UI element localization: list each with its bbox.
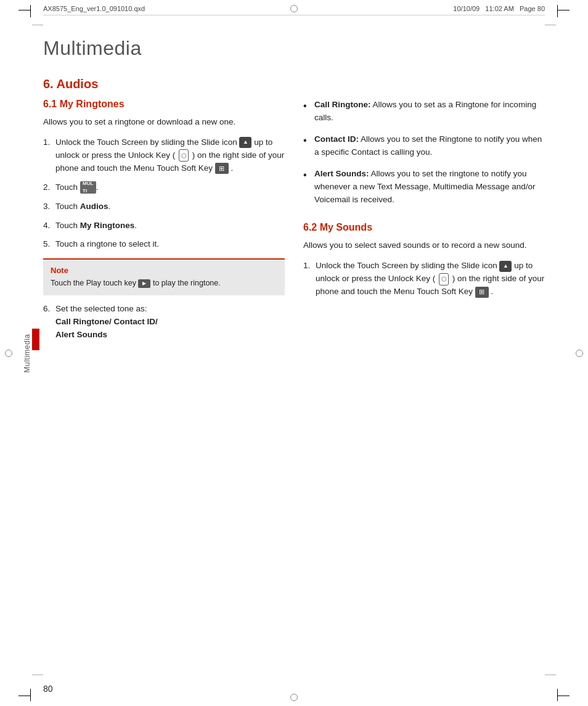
crop-mark-tl-v (30, 5, 31, 17)
step-1-num: 1. (43, 136, 50, 149)
note-box: Note Touch the Play touch key to play th… (43, 258, 285, 295)
hr-left-bottom (32, 675, 43, 675)
hr-left-top (32, 25, 43, 25)
sub-6-2-heading: 6.2 My Sounds (303, 222, 545, 233)
slide-icon (239, 137, 251, 148)
crop-mark-br-v (557, 689, 558, 701)
crop-mark-br-h (557, 696, 570, 696)
step-1: 1. Unlock the Touch Screen by sliding th… (43, 136, 285, 175)
unlock-key-icon-2: ⬡ (439, 273, 449, 285)
note-title: Note (51, 266, 277, 275)
crop-mark-tr-v (557, 5, 558, 17)
step-3-content: Touch Audios. (53, 200, 285, 213)
two-columns: 6.1 My Ringtones Allows you to set a rin… (43, 99, 545, 349)
step-5-content: Touch a ringtone to select it. (53, 238, 285, 251)
hr-right-bottom (545, 675, 556, 675)
note-text: Touch the Play touch key to play the rin… (51, 277, 277, 289)
menu-soft-key-icon-2 (475, 287, 489, 298)
step-4-num: 4. (43, 220, 50, 232)
step-1-content: Unlock the Touch Screen by sliding the S… (53, 136, 285, 175)
main-content: Multimedia 6. Audios 6.1 My Ringtones Al… (43, 25, 545, 675)
steps-list-6-1: 1. Unlock the Touch Screen by sliding th… (43, 136, 285, 251)
step-6-2-1: 1. Unlock the Touch Screen by sliding th… (303, 260, 545, 298)
crop-mark-tr-h (557, 10, 570, 10)
multimedia-icon: MULTI (80, 181, 96, 194)
step-2-content: Touch MULTI. (53, 181, 285, 194)
step-2: 2. Touch MULTI. (43, 181, 285, 194)
step-6: 6. Set the selected tone as: Call Ringto… (43, 303, 285, 342)
file-info: AX8575_Eng_ver1.0_091010.qxd (43, 5, 145, 12)
crop-mark-bl-h (18, 696, 31, 696)
bullet-call-ringtone: Call Ringtone: Allows you to set as a Ri… (303, 99, 545, 125)
crop-mark-bl-v (30, 689, 31, 701)
page-container: AX8575_Eng_ver1.0_091010.qxd 10/10/09 11… (0, 0, 588, 706)
step-6-2-1-num: 1. (303, 260, 310, 273)
hr-right-top (545, 25, 556, 25)
step-5: 5. Touch a ringtone to select it. (43, 238, 285, 251)
sidebar-label: Multimedia (23, 334, 31, 372)
step-6-num: 6. (43, 303, 50, 316)
sidebar-accent (32, 329, 39, 350)
step-6-content: Set the selected tone as: Call Ringtone/… (53, 303, 285, 342)
slide-icon-2 (499, 261, 512, 272)
step-3-num: 3. (43, 200, 50, 213)
step-5-num: 5. (43, 238, 50, 251)
steps-list-6-2: 1. Unlock the Touch Screen by sliding th… (303, 260, 545, 298)
bullet-alert-sounds: Alert Sounds: Allows you to set the ring… (303, 168, 545, 207)
sub-6-2-intro: Allows you to select saved sounds or to … (303, 239, 545, 252)
crop-mark-tl-h (18, 10, 31, 10)
step-4: 4. Touch My Ringtones. (43, 220, 285, 232)
step-4-content: Touch My Ringtones. (53, 220, 285, 232)
right-column: Call Ringtone: Allows you to set as a Ri… (303, 99, 545, 349)
ringtone-options-list: Call Ringtone: Allows you to set as a Ri… (303, 99, 545, 206)
header-bar: AX8575_Eng_ver1.0_091010.qxd 10/10/09 11… (43, 5, 545, 15)
page-number: 80 (43, 684, 53, 694)
section-6-heading: 6. Audios (43, 77, 545, 91)
menu-soft-key-icon (215, 163, 229, 174)
sub-6-1-intro: Allows you to set a ringtone or download… (43, 116, 285, 129)
page-title: Multimedia (43, 37, 545, 60)
sub-6-1-heading: 6.1 My Ringtones (43, 99, 285, 110)
unlock-key-icon: ⬡ (179, 149, 189, 162)
step-6-list: 6. Set the selected tone as: Call Ringto… (43, 303, 285, 342)
step-2-num: 2. (43, 181, 50, 194)
left-column: 6.1 My Ringtones Allows you to set a rin… (43, 99, 285, 349)
reg-mark-bottom (290, 694, 298, 701)
reg-mark-left (5, 350, 12, 357)
play-icon (138, 279, 150, 288)
step-6-2-1-content: Unlock the Touch Screen by sliding the S… (313, 260, 545, 298)
bullet-contact-id: Contact ID: Allows you to set the Ringto… (303, 133, 545, 159)
step-3: 3. Touch Audios. (43, 200, 285, 213)
header-date-time: 10/10/09 11:02 AM Page 80 (453, 5, 545, 12)
reg-mark-right (576, 350, 583, 357)
